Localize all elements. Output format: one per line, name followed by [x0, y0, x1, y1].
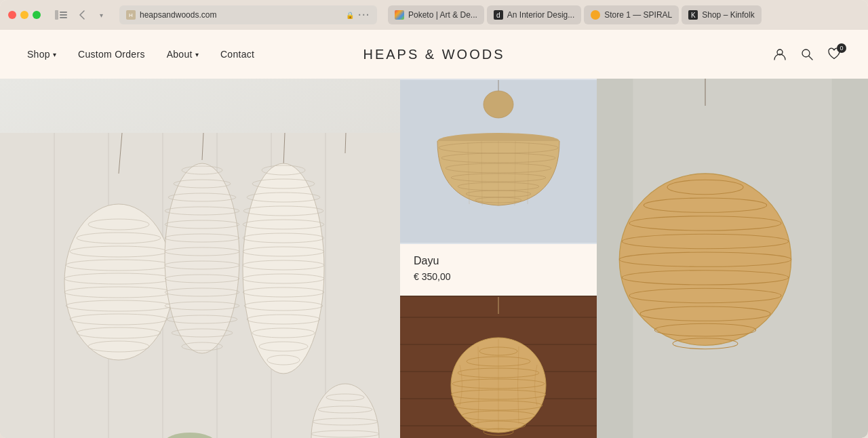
shop-chevron-icon: ▾	[53, 51, 56, 58]
tab-label-poketo: Poketo | Art & De...	[408, 10, 477, 20]
svg-point-75	[484, 91, 513, 118]
hero-svg	[0, 79, 400, 438]
address-text: heapsandwoods.com	[140, 10, 342, 20]
back-button[interactable]	[75, 7, 90, 22]
nav-center: HEAPS & WOODS	[363, 47, 505, 62]
account-icon[interactable]	[773, 47, 787, 61]
tab-poketo[interactable]: Poketo | Art & De...	[388, 5, 484, 24]
main-nav: Shop ▾ Custom Orders About ▾ Contact HEA…	[0, 30, 868, 79]
tab-favicon-spiral	[591, 10, 600, 20]
browser-controls: ▾	[52, 7, 108, 22]
svg-rect-0	[55, 10, 58, 20]
about-chevron-icon: ▾	[195, 51, 199, 58]
tab-favicon-kinfolk: K	[688, 10, 698, 20]
browser-window: ▾ H heapsandwoods.com 🔒 ··· Poketo | Art…	[0, 0, 868, 438]
nav-right: 0	[773, 47, 841, 61]
address-bar[interactable]: H heapsandwoods.com 🔒 ···	[119, 5, 377, 24]
nav-custom-orders[interactable]: Custom Orders	[78, 49, 145, 60]
lock-icon: 🔒	[346, 12, 354, 19]
search-icon[interactable]	[800, 47, 814, 61]
browser-titlebar: ▾ H heapsandwoods.com 🔒 ··· Poketo | Art…	[0, 0, 868, 30]
tab-interior[interactable]: d An Interior Desig...	[487, 5, 581, 24]
nav-about[interactable]: About ▾	[167, 49, 199, 60]
third-product-partial	[597, 79, 868, 438]
tab-label-kinfolk: Shop – Kinfolk	[702, 10, 754, 20]
close-button[interactable]	[8, 11, 16, 19]
svg-point-7	[802, 49, 810, 57]
dayu-product-card[interactable]: Dayu € 350,00	[400, 79, 597, 296]
more-button[interactable]: ···	[358, 9, 370, 20]
tab-label-interior: An Interior Desig...	[507, 10, 574, 20]
svg-rect-3	[60, 17, 67, 18]
dayu-product-name: Dayu	[414, 255, 583, 267]
hero-image	[0, 79, 400, 438]
dayu-product-image	[400, 79, 597, 244]
tab-kinfolk[interactable]: K Shop – Kinfolk	[682, 5, 761, 24]
dayu-product-price: € 350,00	[414, 271, 583, 282]
tab-favicon-poketo	[395, 10, 404, 20]
svg-rect-1	[60, 12, 67, 13]
site-title: HEAPS & WOODS	[363, 47, 505, 62]
tab-favicon-interior: d	[494, 10, 503, 20]
wishlist-wrapper: 0	[827, 47, 841, 61]
svg-point-31	[165, 163, 239, 353]
nav-contact[interactable]: Contact	[220, 49, 254, 60]
tab-label-spiral: Store 1 — SPIRAL	[604, 10, 672, 20]
cart-badge: 0	[837, 43, 846, 53]
dayu-product-info: Dayu € 350,00	[400, 244, 597, 296]
products-area: Dayu € 350,00	[400, 79, 597, 438]
svg-point-20	[64, 204, 173, 360]
browser-tabs: Poketo | Art & De... d An Interior Desig…	[388, 5, 860, 24]
svg-text:H: H	[129, 12, 133, 18]
svg-rect-2	[60, 14, 67, 16]
site-favicon: H	[126, 10, 136, 20]
maximize-button[interactable]	[33, 11, 41, 19]
sidebar-toggle-button[interactable]	[52, 7, 71, 22]
svg-point-108	[619, 174, 791, 345]
minimize-button[interactable]	[20, 11, 28, 19]
lupia-product-card[interactable]: Lupia € 220,00 – € 350,00	[400, 296, 597, 438]
lupia-product-image	[400, 296, 597, 438]
traffic-lights	[8, 11, 41, 19]
main-content: Dayu € 350,00	[0, 79, 868, 438]
nav-shop[interactable]: Shop ▾	[27, 49, 56, 60]
tab-spiral[interactable]: Store 1 — SPIRAL	[584, 5, 679, 24]
website: Shop ▾ Custom Orders About ▾ Contact HEA…	[0, 30, 868, 438]
chevron-down-icon[interactable]: ▾	[94, 7, 108, 22]
